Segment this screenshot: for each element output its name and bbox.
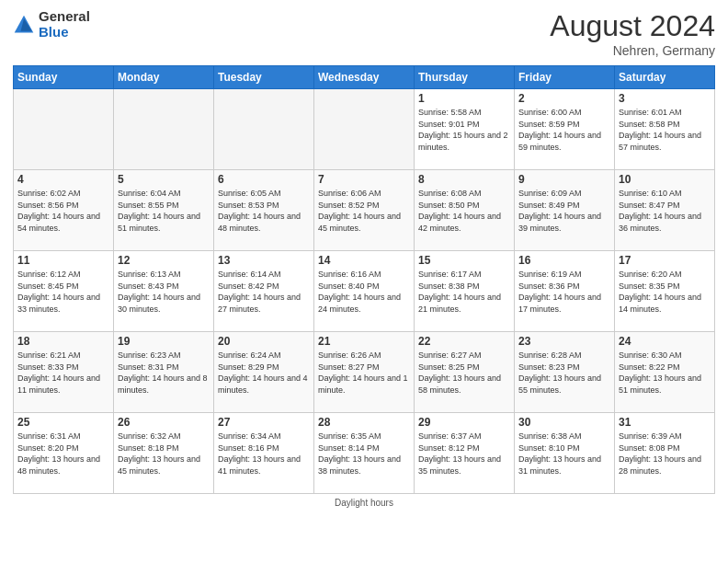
day-number: 20 [218,335,310,348]
day-info: Sunrise: 6:17 AMSunset: 8:38 PMDaylight:… [418,269,510,315]
day-number: 23 [518,335,610,348]
day-info: Sunrise: 6:00 AMSunset: 8:59 PMDaylight:… [518,107,610,153]
header: General Blue August 2024 Nehren, Germany [13,9,715,58]
calendar-day: 5Sunrise: 6:04 AMSunset: 8:55 PMDaylight… [114,170,214,251]
calendar-header-tuesday: Tuesday [214,66,314,89]
calendar-header-thursday: Thursday [415,66,515,89]
day-info: Sunrise: 6:05 AMSunset: 8:53 PMDaylight:… [218,188,310,234]
location: Nehren, Germany [550,43,715,58]
calendar-header-friday: Friday [515,66,615,89]
day-number: 8 [418,173,510,186]
calendar-week-3: 11Sunrise: 6:12 AMSunset: 8:45 PMDayligh… [14,251,715,332]
day-info: Sunrise: 6:21 AMSunset: 8:33 PMDaylight:… [17,350,109,396]
calendar-day: 4Sunrise: 6:02 AMSunset: 8:56 PMDaylight… [14,170,114,251]
calendar-day: 18Sunrise: 6:21 AMSunset: 8:33 PMDayligh… [14,332,114,413]
calendar-week-1: 1Sunrise: 5:58 AMSunset: 9:01 PMDaylight… [14,89,715,170]
day-number: 12 [118,254,210,267]
calendar-day: 19Sunrise: 6:23 AMSunset: 8:31 PMDayligh… [114,332,214,413]
day-info: Sunrise: 6:26 AMSunset: 8:27 PMDaylight:… [318,350,410,396]
calendar-day: 23Sunrise: 6:28 AMSunset: 8:23 PMDayligh… [515,332,615,413]
calendar-day: 7Sunrise: 6:06 AMSunset: 8:52 PMDaylight… [314,170,415,251]
day-number: 3 [619,92,711,105]
calendar-day: 31Sunrise: 6:39 AMSunset: 8:08 PMDayligh… [615,413,715,494]
logo-icon [13,14,35,36]
title-block: August 2024 Nehren, Germany [550,9,715,58]
day-number: 30 [518,416,610,429]
footer-note: Daylight hours [13,498,715,508]
calendar-day: 26Sunrise: 6:32 AMSunset: 8:18 PMDayligh… [114,413,214,494]
day-number: 22 [418,335,510,348]
day-number: 21 [318,335,410,348]
day-number: 14 [318,254,410,267]
day-info: Sunrise: 6:34 AMSunset: 8:16 PMDaylight:… [218,431,310,477]
day-info: Sunrise: 6:27 AMSunset: 8:25 PMDaylight:… [418,350,510,396]
day-number: 10 [619,173,711,186]
day-info: Sunrise: 6:02 AMSunset: 8:56 PMDaylight:… [17,188,109,234]
calendar-day: 17Sunrise: 6:20 AMSunset: 8:35 PMDayligh… [615,251,715,332]
day-info: Sunrise: 6:31 AMSunset: 8:20 PMDaylight:… [17,431,109,477]
logo: General Blue [13,9,90,40]
day-info: Sunrise: 6:08 AMSunset: 8:50 PMDaylight:… [418,188,510,234]
day-number: 28 [318,416,410,429]
day-info: Sunrise: 6:32 AMSunset: 8:18 PMDaylight:… [118,431,210,477]
calendar-header-saturday: Saturday [615,66,715,89]
calendar-header-sunday: Sunday [14,66,114,89]
calendar-day: 11Sunrise: 6:12 AMSunset: 8:45 PMDayligh… [14,251,114,332]
day-info: Sunrise: 6:19 AMSunset: 8:36 PMDaylight:… [518,269,610,315]
day-number: 31 [619,416,711,429]
day-number: 9 [518,173,610,186]
day-info: Sunrise: 6:30 AMSunset: 8:22 PMDaylight:… [619,350,711,396]
calendar-day: 10Sunrise: 6:10 AMSunset: 8:47 PMDayligh… [615,170,715,251]
day-info: Sunrise: 5:58 AMSunset: 9:01 PMDaylight:… [418,107,510,153]
day-number: 26 [118,416,210,429]
day-info: Sunrise: 6:04 AMSunset: 8:55 PMDaylight:… [118,188,210,234]
calendar-day: 3Sunrise: 6:01 AMSunset: 8:58 PMDaylight… [615,89,715,170]
day-info: Sunrise: 6:13 AMSunset: 8:43 PMDaylight:… [118,269,210,315]
day-number: 16 [518,254,610,267]
calendar-week-4: 18Sunrise: 6:21 AMSunset: 8:33 PMDayligh… [14,332,715,413]
day-info: Sunrise: 6:12 AMSunset: 8:45 PMDaylight:… [17,269,109,315]
calendar-header-row: SundayMondayTuesdayWednesdayThursdayFrid… [14,66,715,89]
day-info: Sunrise: 6:24 AMSunset: 8:29 PMDaylight:… [218,350,310,396]
calendar-week-5: 25Sunrise: 6:31 AMSunset: 8:20 PMDayligh… [14,413,715,494]
calendar-header-wednesday: Wednesday [314,66,415,89]
calendar-day: 27Sunrise: 6:34 AMSunset: 8:16 PMDayligh… [214,413,314,494]
day-info: Sunrise: 6:35 AMSunset: 8:14 PMDaylight:… [318,431,410,477]
calendar-day: 30Sunrise: 6:38 AMSunset: 8:10 PMDayligh… [515,413,615,494]
calendar-day: 13Sunrise: 6:14 AMSunset: 8:42 PMDayligh… [214,251,314,332]
calendar-day: 29Sunrise: 6:37 AMSunset: 8:12 PMDayligh… [415,413,515,494]
calendar-day: 8Sunrise: 6:08 AMSunset: 8:50 PMDaylight… [415,170,515,251]
day-number: 15 [418,254,510,267]
day-info: Sunrise: 6:37 AMSunset: 8:12 PMDaylight:… [418,431,510,477]
day-number: 25 [17,416,109,429]
page: General Blue August 2024 Nehren, Germany… [0,0,728,563]
day-number: 4 [17,173,109,186]
calendar-day: 12Sunrise: 6:13 AMSunset: 8:43 PMDayligh… [114,251,214,332]
calendar-day: 1Sunrise: 5:58 AMSunset: 9:01 PMDaylight… [415,89,515,170]
calendar-day: 15Sunrise: 6:17 AMSunset: 8:38 PMDayligh… [415,251,515,332]
calendar-week-2: 4Sunrise: 6:02 AMSunset: 8:56 PMDaylight… [14,170,715,251]
day-number: 24 [619,335,711,348]
calendar-header-monday: Monday [114,66,214,89]
calendar-day: 21Sunrise: 6:26 AMSunset: 8:27 PMDayligh… [314,332,415,413]
calendar-day: 14Sunrise: 6:16 AMSunset: 8:40 PMDayligh… [314,251,415,332]
day-number: 7 [318,173,410,186]
day-info: Sunrise: 6:39 AMSunset: 8:08 PMDaylight:… [619,431,711,477]
logo-blue: Blue [39,25,90,40]
calendar-day: 28Sunrise: 6:35 AMSunset: 8:14 PMDayligh… [314,413,415,494]
calendar-day: 22Sunrise: 6:27 AMSunset: 8:25 PMDayligh… [415,332,515,413]
month-year: August 2024 [550,9,715,43]
day-info: Sunrise: 6:10 AMSunset: 8:47 PMDaylight:… [619,188,711,234]
day-info: Sunrise: 6:06 AMSunset: 8:52 PMDaylight:… [318,188,410,234]
day-info: Sunrise: 6:16 AMSunset: 8:40 PMDaylight:… [318,269,410,315]
day-number: 19 [118,335,210,348]
day-info: Sunrise: 6:09 AMSunset: 8:49 PMDaylight:… [518,188,610,234]
day-number: 29 [418,416,510,429]
day-info: Sunrise: 6:14 AMSunset: 8:42 PMDaylight:… [218,269,310,315]
logo-general: General [39,9,90,25]
calendar-table: SundayMondayTuesdayWednesdayThursdayFrid… [13,65,715,494]
calendar-day: 6Sunrise: 6:05 AMSunset: 8:53 PMDaylight… [214,170,314,251]
day-number: 11 [17,254,109,267]
calendar-day: 16Sunrise: 6:19 AMSunset: 8:36 PMDayligh… [515,251,615,332]
calendar-day [14,89,114,170]
